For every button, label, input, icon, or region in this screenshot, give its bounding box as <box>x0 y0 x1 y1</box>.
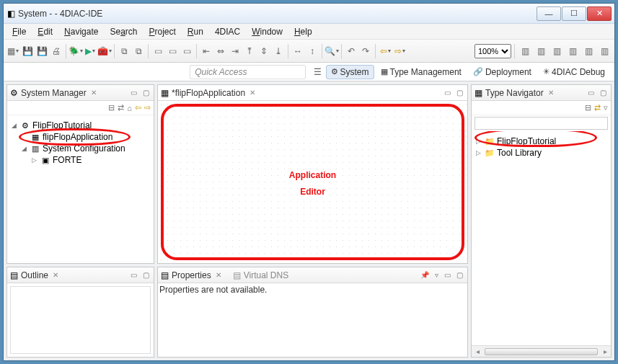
menu-edit[interactable]: Edit <box>32 25 58 38</box>
perspective-debug[interactable]: ✳4DIAC Debug <box>538 65 610 79</box>
collapse-all-button[interactable]: ⊟ <box>585 103 591 112</box>
perspective-deployment[interactable]: 🔗Deployment <box>468 65 537 79</box>
tree-row-sysconfig[interactable]: ◢▥System Configuration <box>10 143 151 154</box>
tool-button-a[interactable]: ⧉ <box>118 43 131 59</box>
menu-navigate[interactable]: Navigate <box>58 25 104 38</box>
close-icon[interactable]: ✕ <box>91 89 97 97</box>
maximize-view-button[interactable]: ▢ <box>455 271 464 279</box>
view-type-navigator-title: Type Navigator <box>485 88 544 98</box>
tree-row-project[interactable]: ▷📁FlipFlopTutorial <box>474 136 608 147</box>
vdns-icon: ▤ <box>233 270 241 280</box>
view-menu-button[interactable]: ▿ <box>433 271 440 279</box>
ext-tools-button[interactable]: 🧰 <box>98 43 111 59</box>
quick-access-input[interactable]: Quick Access <box>190 65 305 79</box>
close-icon[interactable]: ✕ <box>548 89 554 97</box>
pin-button[interactable]: 📌 <box>419 271 431 279</box>
tool-r6[interactable]: ▥ <box>597 43 612 59</box>
scroll-right-button[interactable]: ▸ <box>599 347 611 355</box>
maximize-view-button[interactable]: ▢ <box>141 89 151 97</box>
tool-button-b[interactable]: ⧉ <box>132 43 145 59</box>
home-button[interactable]: ⌂ <box>127 104 132 112</box>
main-toolbar: ▦ 💾 💾 🖨 🪲 ▶ 🧰 ⧉ ⧉ ▭ ▭ ▭ ⇤ ⇔ ⇥ ⤒ ⇕ ⤓ ↔ ↕ … <box>4 40 614 63</box>
tool-r3[interactable]: ▥ <box>549 43 564 59</box>
type-navigator-icon: ▦ <box>474 88 482 98</box>
view-menu-button[interactable]: ▿ <box>604 103 608 112</box>
type-navigator-tree[interactable]: ▷📁FlipFlopTutorial ▷📁Tool Library <box>473 133 609 161</box>
menu-project[interactable]: Project <box>143 25 181 38</box>
align-left-button[interactable]: ⇤ <box>200 43 213 59</box>
close-icon[interactable]: ✕ <box>216 271 221 279</box>
maximize-view-button[interactable]: ▢ <box>599 89 608 97</box>
tool-r5[interactable]: ▥ <box>581 43 596 59</box>
align-right-button[interactable]: ⇥ <box>229 43 242 59</box>
deploy-icon: 🔗 <box>473 67 483 76</box>
tool-button-d[interactable]: ▭ <box>166 43 179 59</box>
align-middle-button[interactable]: ⇕ <box>257 43 270 59</box>
view-properties-title[interactable]: Properties <box>172 270 211 280</box>
align-bottom-button[interactable]: ⤓ <box>272 43 285 59</box>
back-button[interactable]: ⇦ <box>379 43 392 59</box>
forward-button[interactable]: ⇨ <box>393 43 406 59</box>
type-filter-input[interactable] <box>474 117 608 130</box>
print-button[interactable]: 🖨 <box>50 43 63 59</box>
scroll-thumb[interactable] <box>485 348 598 355</box>
nav-forward-button[interactable]: ⇨ <box>144 103 151 112</box>
prev-annotation-button[interactable]: ↶ <box>345 43 358 59</box>
save-button[interactable]: 💾 <box>21 43 34 59</box>
tree-row-application[interactable]: ▦flipFlopApplication <box>10 131 151 143</box>
link-button[interactable]: ⇄ <box>594 103 601 112</box>
perspective-type-management[interactable]: ▦Type Management <box>376 65 467 79</box>
nav-back-button[interactable]: ⇦ <box>135 103 141 112</box>
debug-button[interactable]: 🪲 <box>69 43 82 59</box>
tree-row-project[interactable]: ◢⚙FlipFlopTutorial <box>10 120 151 131</box>
zoom-select[interactable]: 100% <box>474 44 511 58</box>
menu-run[interactable]: Run <box>182 25 209 38</box>
menu-4diac[interactable]: 4DIAC <box>209 25 246 38</box>
align-center-button[interactable]: ⇔ <box>214 43 227 59</box>
next-annotation-button[interactable]: ↷ <box>359 43 372 59</box>
close-icon[interactable]: ✕ <box>53 271 58 279</box>
collapse-all-button[interactable]: ⊟ <box>108 103 115 112</box>
debug-icon: ✳ <box>543 67 549 76</box>
library-icon: 📁 <box>485 148 495 158</box>
minimize-view-button[interactable]: ▭ <box>586 89 596 97</box>
tool-r4[interactable]: ▥ <box>565 43 580 59</box>
maximize-view-button[interactable]: ▢ <box>455 89 464 97</box>
close-button[interactable]: ✕ <box>587 6 612 21</box>
menu-window[interactable]: Window <box>246 25 288 38</box>
save-all-button[interactable]: 💾 <box>35 43 48 59</box>
tool-r2[interactable]: ▥ <box>534 43 548 59</box>
tree-row-library[interactable]: ▷📁Tool Library <box>474 147 608 159</box>
menu-search[interactable]: Search <box>104 25 143 38</box>
tool-r1[interactable]: ▥ <box>518 43 532 59</box>
horizontal-scrollbar[interactable]: ◂ ▸ <box>472 345 611 357</box>
tree-row-forte[interactable]: ▷▣FORTE <box>10 154 151 166</box>
run-button[interactable]: ▶ <box>84 43 97 59</box>
scroll-left-button[interactable]: ◂ <box>472 347 483 355</box>
maximize-view-button[interactable]: ▢ <box>141 271 151 279</box>
search-button[interactable]: 🔍 <box>325 43 338 59</box>
view-virtual-dns-tab[interactable]: Virtual DNS <box>244 270 288 280</box>
maximize-button[interactable]: ☐ <box>562 6 586 21</box>
system-manager-tree[interactable]: ◢⚙FlipFlopTutorial ▦flipFlopApplication … <box>9 117 152 169</box>
minimize-view-button[interactable]: ▭ <box>443 271 452 279</box>
editor-tab[interactable]: *flipFlopApplication <box>172 88 245 98</box>
open-perspective-button[interactable]: ☰ <box>312 64 325 80</box>
align-top-button[interactable]: ⤒ <box>243 43 256 59</box>
new-button[interactable]: ▦ <box>6 43 19 59</box>
device-icon: ▣ <box>40 156 50 165</box>
match-width-button[interactable]: ↔ <box>291 43 304 59</box>
menu-help[interactable]: Help <box>288 25 318 38</box>
tool-button-e[interactable]: ▭ <box>180 43 193 59</box>
minimize-button[interactable]: — <box>537 6 561 21</box>
minimize-view-button[interactable]: ▭ <box>129 89 138 97</box>
menu-file[interactable]: File <box>6 25 32 38</box>
minimize-view-button[interactable]: ▭ <box>129 271 138 279</box>
match-height-button[interactable]: ↕ <box>306 43 319 59</box>
tool-button-c[interactable]: ▭ <box>151 43 164 59</box>
perspective-system[interactable]: ⚙System <box>326 65 374 79</box>
minimize-view-button[interactable]: ▭ <box>443 89 452 97</box>
link-editor-button[interactable]: ⇄ <box>118 103 124 112</box>
menubar: File Edit Navigate Search Project Run 4D… <box>4 24 614 40</box>
close-icon[interactable]: ✕ <box>250 89 255 97</box>
